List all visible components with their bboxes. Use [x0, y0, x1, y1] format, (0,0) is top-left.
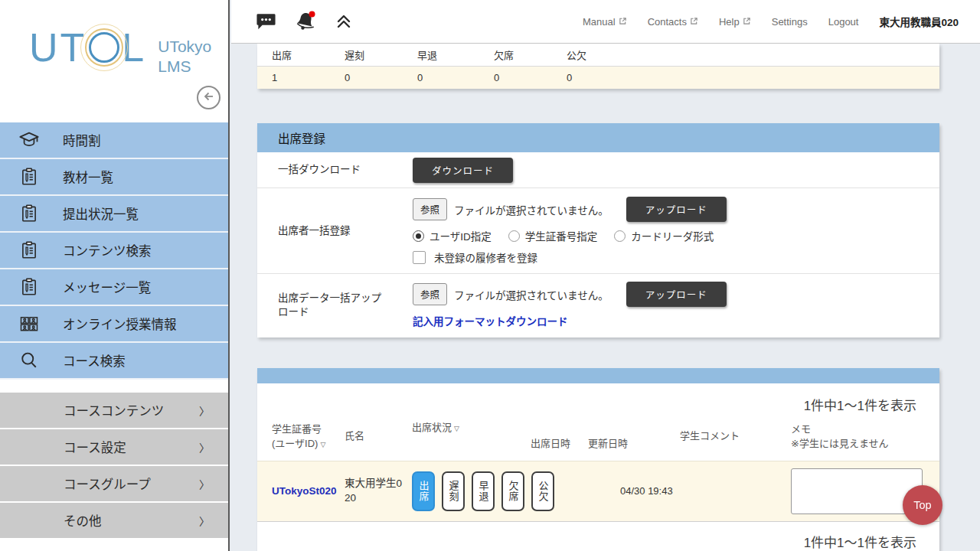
attendance-summary-table: 出席 遅刻 早退 欠席 公欠 1 0 0 0 0 — [257, 44, 939, 89]
external-link-icon — [619, 16, 627, 28]
browse-file-button[interactable]: 参照 — [413, 198, 447, 220]
status-late-button[interactable]: 遅刻 — [442, 471, 465, 511]
sidebar-item-messages[interactable]: メッセージ一覧 — [0, 269, 228, 306]
panel-top-bar — [257, 368, 939, 383]
summary-val-absent: 0 — [494, 72, 567, 83]
logo-ring-o — [89, 32, 119, 63]
upload-button[interactable]: アップロード — [626, 197, 727, 222]
result-count-top: 1件中1〜1件を表示 — [257, 383, 939, 414]
sidebar-item-course-contents[interactable]: コースコンテンツ 〉 — [0, 393, 228, 429]
sidebar-item-label: コース検索 — [63, 351, 126, 370]
help-link[interactable]: Help — [719, 16, 751, 28]
sidebar-sub-menu: コースコンテンツ 〉 コース設定 〉 コースグループ 〉 その他 〉 — [0, 393, 228, 540]
col-status-sort[interactable]: 出席状況▽ — [412, 420, 531, 435]
sidebar-collapse-button[interactable] — [197, 86, 220, 109]
back-arrow-icon — [203, 90, 215, 105]
sort-icon: ▽ — [320, 441, 325, 448]
sidebar-item-label: コンテンツ検索 — [63, 241, 152, 259]
submissions-icon — [17, 201, 41, 226]
status-button-group: 出席 遅刻 早退 欠席 公欠 — [412, 471, 588, 511]
external-link-icon — [690, 16, 698, 28]
format-download-link[interactable]: 記入用フォーマットダウンロード — [413, 313, 727, 328]
col-memo: メモ ※学生には見えません — [791, 422, 923, 452]
panel-title: 出席登録 — [257, 123, 939, 152]
sort-icon: ▽ — [454, 425, 459, 432]
content-area: 出席 遅刻 早退 欠席 公欠 1 0 0 0 0 出席登録 一括ダウンロード ダ… — [231, 44, 980, 551]
logout-link[interactable]: Logout — [828, 16, 859, 28]
messages-icon — [17, 275, 41, 299]
chevron-right-icon: 〉 — [199, 476, 210, 491]
file-status-text: ファイルが選択されていません。 — [454, 202, 609, 217]
col-update-time: 更新日時 — [588, 436, 680, 452]
sidebar-item-course-settings[interactable]: コース設定 〉 — [0, 429, 228, 466]
logo-area: UTL UTokyo LMS — [0, 0, 228, 122]
browse-file-button[interactable]: 参照 — [413, 283, 447, 305]
student-table-header: 学生証番号 (ユーザID)▽ 氏名 出席状況▽ 出席日時 更新日時 学生コメント… — [257, 414, 939, 461]
message-icon[interactable] — [256, 12, 276, 31]
utol-logo-text: UTL — [29, 28, 146, 67]
materials-icon — [17, 165, 41, 189]
online-class-icon — [17, 311, 41, 336]
attendance-register-panel: 出席登録 一括ダウンロード ダウンロード 出席者一括登録 参照 ファイルが選択さ… — [257, 123, 939, 337]
radio-student-card-number[interactable]: 学生証番号指定 — [508, 228, 598, 243]
sidebar-item-label: メッセージ一覧 — [63, 278, 151, 296]
chevron-right-icon: 〉 — [199, 403, 210, 418]
bulk-download-row: 一括ダウンロード ダウンロード — [257, 152, 939, 188]
sidebar-item-label: 提出状況一覧 — [63, 204, 139, 223]
col-student-comment: 学生コメント — [680, 429, 791, 444]
summary-val-late: 0 — [345, 72, 417, 83]
student-table-row: UTokyoSt020 東大用学生020 出席 遅刻 早退 欠席 公欠 04/3… — [257, 461, 939, 521]
radio-selected-icon — [413, 230, 424, 242]
summary-col-excused: 公欠 — [567, 47, 939, 62]
sidebar-item-submissions[interactable]: 提出状況一覧 — [0, 196, 228, 233]
student-name: 東大用学生020 — [345, 477, 412, 504]
graduation-cap-icon — [17, 128, 41, 152]
summary-val-attend: 1 — [272, 72, 345, 83]
topbar-nav: Manual Contacts Help — [583, 14, 959, 29]
logged-in-user-name: 東大用教職員020 — [879, 14, 959, 29]
result-count-bottom: 1件中1〜1件を表示 — [257, 521, 939, 551]
col-student-id-sort[interactable]: 学生証番号 (ユーザID)▽ — [272, 422, 345, 452]
radio-card-reader-format[interactable]: カードリーダ形式 — [614, 228, 714, 243]
sidebar-main-menu: 時間割 教材一覧 提出状況一覧 — [0, 122, 228, 380]
notification-bell-icon[interactable] — [293, 10, 318, 33]
upload-button[interactable]: アップロード — [626, 282, 727, 307]
content-search-icon — [17, 238, 41, 262]
summary-col-late: 遅刻 — [345, 47, 417, 62]
summary-col-absent: 欠席 — [494, 47, 567, 62]
col-attendance-time: 出席日時 — [531, 436, 588, 452]
status-absent-button[interactable]: 欠席 — [501, 471, 524, 511]
topbar: Manual Contacts Help — [231, 0, 980, 44]
topbar-icons — [256, 10, 353, 33]
manual-link[interactable]: Manual — [583, 16, 627, 28]
chevron-right-icon: 〉 — [199, 439, 210, 455]
radio-user-id[interactable]: ユーザID指定 — [413, 228, 492, 243]
sidebar-item-online-class-info[interactable]: オンライン授業情報 — [0, 306, 228, 343]
summary-val-early-leave: 0 — [417, 72, 494, 83]
sidebar-item-materials[interactable]: 教材一覧 — [0, 159, 228, 196]
external-link-icon — [743, 16, 751, 28]
sidebar-item-timetable[interactable]: 時間割 — [0, 122, 228, 159]
file-status-text: ファイルが選択されていません。 — [454, 287, 609, 302]
settings-link[interactable]: Settings — [772, 16, 808, 28]
sidebar-item-label: オンライン授業情報 — [63, 315, 177, 333]
status-attend-button[interactable]: 出席 — [412, 471, 435, 511]
sidebar-item-content-search[interactable]: コンテンツ検索 — [0, 233, 228, 269]
contacts-link[interactable]: Contacts — [648, 16, 698, 28]
sidebar-item-label: 教材一覧 — [63, 168, 113, 186]
radio-unselected-icon — [614, 230, 626, 242]
sidebar-item-course-search[interactable]: コース検索 — [0, 343, 228, 380]
col-name: 氏名 — [345, 429, 412, 444]
checkbox-label: 未登録の履修者を登録 — [434, 249, 537, 265]
status-early-leave-button[interactable]: 早退 — [472, 471, 495, 511]
register-unenrolled-checkbox[interactable] — [413, 251, 426, 264]
sidebar-item-course-group[interactable]: コースグループ 〉 — [0, 466, 228, 503]
summary-col-early-leave: 早退 — [417, 47, 494, 62]
sidebar-item-others[interactable]: その他 〉 — [0, 503, 228, 540]
download-button[interactable]: ダウンロード — [413, 158, 513, 183]
status-excused-button[interactable]: 公欠 — [531, 471, 554, 511]
student-id-link[interactable]: UTokyoSt020 — [272, 485, 345, 497]
scroll-to-top-button[interactable]: Top — [903, 485, 942, 525]
summary-col-attend: 出席 — [272, 47, 345, 62]
collapse-header-icon[interactable] — [335, 12, 353, 31]
